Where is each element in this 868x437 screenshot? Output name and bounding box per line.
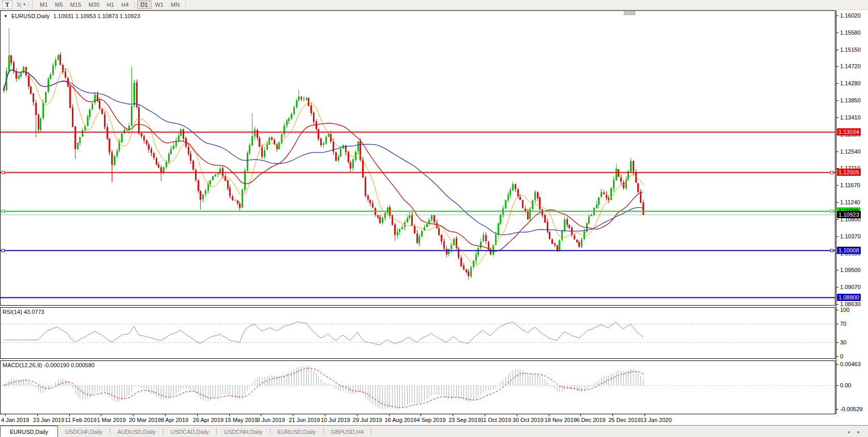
date-tick bbox=[261, 414, 261, 416]
price-tick-label: 1.14720 bbox=[840, 63, 861, 69]
date-tick bbox=[165, 414, 166, 416]
timeframe-button-m15[interactable]: M15 bbox=[67, 1, 85, 9]
date-label: 26 Apr 2019 bbox=[193, 417, 223, 423]
chart-symbol-label: EURUSD,Daily bbox=[11, 13, 50, 19]
timeframe-button-d1[interactable]: D1 bbox=[137, 1, 152, 9]
price-tick bbox=[836, 33, 839, 33]
price-line-label[interactable]: 1.08800 bbox=[837, 294, 861, 301]
date-tick bbox=[357, 414, 357, 416]
timeframe-button-m30[interactable]: M30 bbox=[85, 1, 103, 9]
chart-scrollbar-thumb[interactable] bbox=[624, 11, 635, 15]
price-tick bbox=[836, 364, 839, 365]
date-label: 30 Oct 2019 bbox=[513, 417, 544, 423]
tab-scroll-right-button[interactable]: ▸ bbox=[857, 429, 860, 434]
price-chart-canvas[interactable] bbox=[1, 11, 835, 305]
price-axis[interactable]: 1.160201.155801.151501.147201.142801.138… bbox=[836, 10, 868, 414]
price-tick bbox=[836, 219, 839, 220]
price-tick bbox=[836, 356, 839, 357]
date-tick bbox=[133, 414, 133, 416]
price-tick bbox=[836, 50, 839, 50]
price-tick bbox=[836, 385, 839, 386]
macd-panel[interactable]: MACD(12,26,9) -0.000190 0.000580 bbox=[0, 360, 835, 414]
timeframe-button-group: M1M5M15M30H1H4D1W1MN bbox=[36, 0, 188, 10]
price-tick bbox=[836, 152, 839, 152]
drawing-tools-button[interactable]: ▾ bbox=[14, 1, 26, 9]
date-tick bbox=[580, 414, 581, 416]
tab-scroll-left-button[interactable]: ◂ bbox=[847, 429, 850, 434]
chart-quote-values: 1.10931 1.10953 1.10873 1.10923 bbox=[53, 13, 140, 19]
date-tick bbox=[101, 414, 101, 416]
chart-tabs: EURUSD,DailyUSDCHF,DailyAUDUSD,DailyUSDC… bbox=[0, 426, 868, 437]
timeframe-button-mn[interactable]: MN bbox=[167, 1, 183, 9]
macd-scale-label: -0.00529 bbox=[840, 406, 862, 412]
tab-usdchf-daily[interactable]: USDCHF,Daily bbox=[58, 427, 110, 437]
date-label: 25 Dec 2019 bbox=[608, 417, 640, 423]
macd-scale-label: 0.00 bbox=[840, 382, 851, 388]
timeframe-button-w1[interactable]: W1 bbox=[152, 1, 168, 9]
tab-usdcad-daily[interactable]: USDCAD,Daily bbox=[163, 427, 216, 437]
price-tick-label: 1.13410 bbox=[840, 114, 861, 120]
trading-app: T ▾ M1M5M15M30H1H4D1W1MN ▼ EURUSD,Daily … bbox=[0, 0, 868, 437]
date-tick bbox=[453, 414, 453, 416]
price-tick-label: 1.15580 bbox=[840, 29, 861, 36]
main-chart-panel[interactable]: ▼ EURUSD,Daily 1.10931 1.10953 1.10873 1… bbox=[0, 10, 835, 306]
price-tick-label: 1.11240 bbox=[840, 199, 860, 205]
time-axis[interactable]: 4 Jan 201923 Jan 201911 Feb 20191 Mar 20… bbox=[0, 414, 836, 425]
tab-eurusd-daily[interactable]: EURUSD,Daily bbox=[0, 426, 58, 437]
chart-dropdown-icon[interactable]: ▼ bbox=[4, 14, 8, 19]
price-tick bbox=[836, 117, 839, 118]
date-label: 29 Jul 2019 bbox=[353, 417, 382, 423]
date-label: 4 Sep 2019 bbox=[416, 417, 445, 423]
price-tick-label: 1.15150 bbox=[840, 47, 861, 53]
rsi-panel[interactable]: RSI(14) 43.0773 bbox=[0, 307, 835, 359]
macd-canvas[interactable] bbox=[1, 361, 835, 414]
date-tick bbox=[517, 414, 517, 416]
price-tick-label: 1.11670 bbox=[840, 182, 860, 188]
date-label: 13 Jan 2020 bbox=[640, 417, 672, 423]
tab-eurusd-daily[interactable]: EURUSD,Daily bbox=[271, 427, 323, 437]
tab-audusd-daily[interactable]: AUDUSD,Daily bbox=[110, 427, 163, 437]
timeframe-button-m1[interactable]: M1 bbox=[36, 1, 51, 9]
toolbar-grip[interactable] bbox=[32, 1, 34, 8]
date-label: 1 Mar 2019 bbox=[97, 417, 126, 423]
price-tick-label: 1.13850 bbox=[840, 97, 861, 103]
date-label: 21 Jun 2019 bbox=[289, 417, 320, 423]
chart-title: ▼ EURUSD,Daily 1.10931 1.10953 1.10873 1… bbox=[4, 13, 140, 19]
tab-usdcnh-daily[interactable]: USDCNH,Daily bbox=[217, 427, 270, 437]
date-label: 23 Jan 2019 bbox=[33, 417, 65, 423]
date-tick bbox=[37, 414, 38, 416]
timeframe-button-h4[interactable]: H4 bbox=[117, 1, 132, 9]
macd-scale-label: 0.00463 bbox=[840, 361, 861, 367]
date-tick bbox=[325, 414, 325, 416]
price-tick bbox=[836, 342, 839, 343]
text-tool-button[interactable]: T bbox=[2, 1, 12, 9]
price-tick bbox=[836, 409, 839, 410]
price-tick bbox=[836, 66, 839, 67]
price-line-label[interactable]: 1.10008 bbox=[837, 247, 861, 254]
price-tick bbox=[836, 270, 839, 270]
tab-gbpusd-h4[interactable]: GBPUSD,H4 bbox=[324, 427, 371, 437]
date-label: 18 Nov 2019 bbox=[545, 417, 577, 423]
price-tick bbox=[836, 324, 839, 324]
timeframe-button-m5[interactable]: M5 bbox=[51, 1, 66, 9]
timeframe-button-h1[interactable]: H1 bbox=[103, 1, 117, 9]
price-tick bbox=[836, 202, 839, 203]
toolbar-separator bbox=[28, 1, 29, 8]
price-tick-label: 1.09500 bbox=[840, 267, 861, 273]
tab-separator bbox=[371, 428, 371, 434]
date-label: 23 Sep 2019 bbox=[448, 417, 481, 423]
price-line-label[interactable]: 1.13034 bbox=[837, 128, 861, 135]
price-line-label[interactable]: 1.12005 bbox=[837, 169, 861, 176]
rsi-label: RSI(14) 43.0773 bbox=[3, 309, 44, 315]
rsi-scale-label: 0 bbox=[840, 353, 843, 359]
chart-tab-bar: EURUSD,DailyUSDCHF,DailyAUDUSD,DailyUSDC… bbox=[0, 425, 868, 437]
price-tick bbox=[836, 83, 839, 84]
price-tick bbox=[836, 16, 839, 16]
date-tick bbox=[612, 414, 613, 416]
price-tick-label: 1.12540 bbox=[840, 148, 861, 155]
price-tick bbox=[836, 304, 839, 305]
rsi-canvas[interactable] bbox=[1, 308, 835, 358]
date-label: 16 Aug 2019 bbox=[385, 417, 417, 423]
price-tick-label: 1.10370 bbox=[840, 233, 861, 239]
macd-label: MACD(12,26,9) -0.000190 0.000580 bbox=[3, 362, 95, 368]
